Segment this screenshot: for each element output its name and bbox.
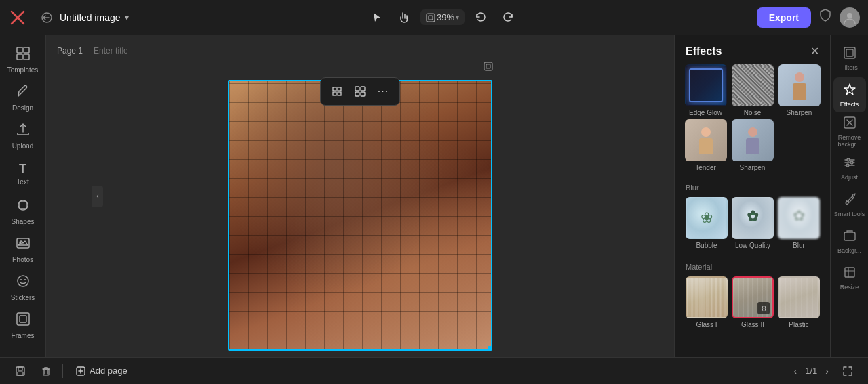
sidebar-item-upload[interactable]: Upload <box>4 118 42 153</box>
canvas-more-button[interactable]: ··· <box>374 82 393 101</box>
effect-item-blur[interactable]: ✿ Blur <box>778 197 820 249</box>
rt-adjust[interactable]: Adjust <box>833 150 866 186</box>
tender-label: Tender <box>695 164 716 171</box>
svg-point-15 <box>20 279 22 280</box>
settings-overlay: ⚙ <box>757 302 770 314</box>
rt-adjust-label: Adjust <box>841 174 858 181</box>
page-navigation: ‹ 1/1 › <box>791 364 831 378</box>
shield-icon[interactable] <box>818 8 833 26</box>
sidebar-item-frames[interactable]: Frames <box>4 307 42 343</box>
sidebar-collapse-arrow[interactable]: ‹ <box>92 186 103 207</box>
material-effects-grid: Glass I ⚙ Glass II Plastic <box>686 276 819 328</box>
panel-title: Effects <box>686 45 722 58</box>
blur-section-title: Blur <box>686 184 819 192</box>
expand-button[interactable] <box>838 362 857 381</box>
title-chevron-icon[interactable]: ▾ <box>125 13 129 22</box>
rt-smart-tools[interactable]: Smart tools <box>833 187 866 222</box>
bottom-bar: Add page ‹ 1/1 › <box>0 357 868 384</box>
canvas-grid-button[interactable] <box>351 82 370 101</box>
sharpen-label: Sharpen <box>787 109 812 116</box>
sidebar-item-photos[interactable]: Photos <box>4 232 42 267</box>
effect-item-noise[interactable]: Noise <box>731 64 774 116</box>
sidebar-item-text[interactable]: T Text <box>4 156 42 191</box>
sidebar-item-design[interactable]: Design <box>4 80 42 115</box>
blur-label: Blur <box>793 242 805 249</box>
sharpen-thumb <box>778 64 821 106</box>
effect-item-tender[interactable]: Tender <box>684 119 727 171</box>
sidebar-item-stickers[interactable]: Stickers <box>4 270 42 305</box>
effect-item-sharpen2[interactable]: Sharpen <box>731 119 774 171</box>
page-prev-button[interactable]: ‹ <box>791 364 800 378</box>
effect-item-glass1[interactable]: Glass I <box>686 276 728 328</box>
page-label: Page 1 – <box>57 46 90 56</box>
sidebar-item-label: Stickers <box>11 294 35 301</box>
adjust-icon <box>843 156 856 173</box>
noise-thumb <box>732 64 774 106</box>
remove-bg-icon <box>843 116 856 133</box>
effect-item-glass2[interactable]: ⚙ Glass II <box>732 276 774 328</box>
glass2-label: Glass II <box>741 321 764 328</box>
svg-rect-18 <box>20 316 26 322</box>
left-sidebar: Templates Design Upload T Text <box>0 35 46 357</box>
redo-button[interactable] <box>497 7 519 28</box>
effect-item-plastic[interactable]: Plastic <box>778 276 820 328</box>
person-head <box>701 127 711 137</box>
document-title[interactable]: Untitled image <box>60 12 121 23</box>
rt-resize[interactable]: Resize <box>833 260 866 295</box>
zoom-control[interactable]: 39% ▾ <box>420 9 465 25</box>
svg-point-32 <box>847 158 850 161</box>
upload-icon <box>16 122 31 140</box>
effect-item-bubble[interactable]: Bubble <box>686 197 728 249</box>
rt-background[interactable]: Backgr... <box>833 223 866 259</box>
person-body <box>699 138 713 154</box>
select-tool-button[interactable] <box>366 7 388 28</box>
sharpen-thumb2 <box>732 119 774 161</box>
sidebar-item-label: Text <box>16 178 28 186</box>
svg-point-34 <box>846 164 849 167</box>
effect-item-sharpen[interactable]: Sharpen <box>778 64 821 116</box>
photos-icon <box>16 236 31 254</box>
page-title-bar: Page 1 – <box>57 46 195 56</box>
canvas-select-button[interactable] <box>328 82 347 101</box>
delete-button[interactable] <box>37 362 56 381</box>
sidebar-item-templates[interactable]: Templates <box>4 42 42 77</box>
svg-rect-19 <box>333 87 336 91</box>
svg-rect-8 <box>17 54 22 60</box>
svg-rect-28 <box>486 64 490 68</box>
blur-thumb: ✿ <box>778 197 820 239</box>
rt-filters[interactable]: Filters <box>833 41 866 76</box>
sidebar-item-shapes[interactable]: Shapes <box>4 194 42 229</box>
svg-rect-20 <box>338 87 341 91</box>
low-quality-label: Low Quality <box>735 242 770 249</box>
effect-item-edge-glow[interactable]: Edge Glow <box>684 64 727 116</box>
sidebar-item-label: Templates <box>7 66 39 74</box>
plastic-label: Plastic <box>789 321 808 328</box>
canvas-resize-handle[interactable] <box>488 346 492 351</box>
back-icon[interactable] <box>38 9 56 26</box>
avatar[interactable] <box>840 7 860 28</box>
shapes-icon <box>16 198 31 216</box>
app-logo[interactable] <box>8 8 27 27</box>
svg-rect-17 <box>17 313 29 325</box>
frame-icon <box>483 61 494 74</box>
page-title-input[interactable] <box>94 46 195 56</box>
save-button[interactable] <box>11 362 30 381</box>
undo-button[interactable] <box>470 7 492 28</box>
person-head <box>748 127 757 137</box>
panel-close-button[interactable]: ✕ <box>810 45 819 58</box>
add-page-button[interactable]: Add page <box>70 363 133 379</box>
canvas-image[interactable] <box>228 80 492 351</box>
rt-effects[interactable]: Effects <box>833 77 866 112</box>
export-button[interactable]: Export <box>757 7 811 28</box>
rt-remove-bg[interactable]: Remove backgr... <box>833 114 866 149</box>
hand-tool-button[interactable] <box>393 7 415 28</box>
design-icon <box>16 84 31 102</box>
resize-icon <box>843 265 856 282</box>
svg-rect-40 <box>18 372 23 375</box>
add-page-label: Add page <box>90 366 127 376</box>
top-effects-row: Edge Glow Noise Sharpen <box>675 64 830 181</box>
glass1-label: Glass I <box>696 321 717 328</box>
effect-item-low-quality[interactable]: ✿ Low Quality <box>732 197 774 249</box>
enhance-effects-grid-2: Tender Sharpen <box>684 119 821 171</box>
page-next-button[interactable]: › <box>823 364 831 378</box>
